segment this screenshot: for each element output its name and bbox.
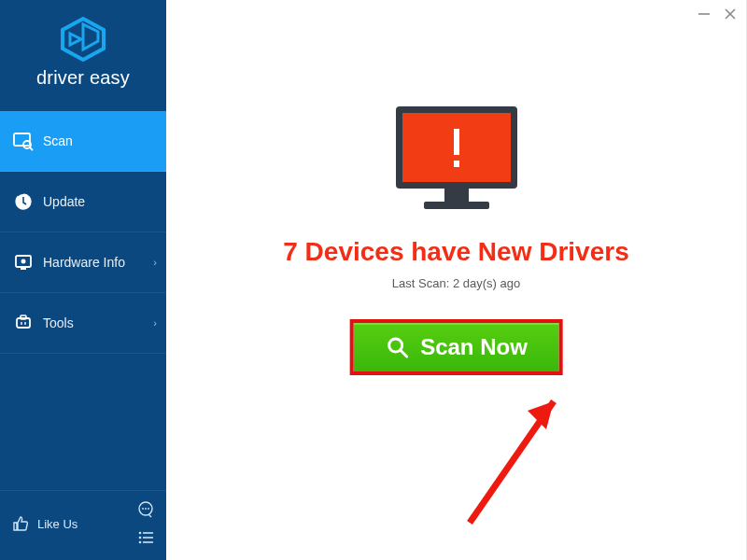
chevron-right-icon: › xyxy=(153,257,157,268)
last-scan-text: Last Scan: 2 day(s) ago xyxy=(166,276,746,290)
feedback-icon[interactable] xyxy=(136,500,155,519)
like-us-label: Like Us xyxy=(37,517,78,531)
close-button[interactable] xyxy=(724,7,737,23)
menu-icon[interactable] xyxy=(136,528,155,547)
svg-point-14 xyxy=(148,508,149,510)
svg-rect-26 xyxy=(454,129,459,155)
svg-rect-6 xyxy=(21,268,26,270)
svg-point-17 xyxy=(139,537,142,539)
nav-item-hardware-info[interactable]: Hardware Info › xyxy=(0,232,166,293)
nav-label-update: Update xyxy=(43,194,85,209)
annotation-arrow-icon xyxy=(460,383,582,532)
nav: Scan Update Hardware Info › Tools › xyxy=(0,111,166,490)
scan-button-wrap: Scan Now xyxy=(349,319,563,375)
scan-now-button[interactable]: Scan Now xyxy=(349,319,563,375)
nav-label-hardware-info: Hardware Info xyxy=(43,255,125,270)
scan-icon xyxy=(13,131,34,151)
svg-rect-29 xyxy=(424,202,489,209)
svg-point-5 xyxy=(21,259,26,264)
status-monitor-icon xyxy=(166,103,746,224)
svg-line-31 xyxy=(400,350,406,357)
nav-label-tools: Tools xyxy=(43,315,74,330)
sidebar: driver easy Scan Update Hardware Info › xyxy=(0,0,166,560)
svg-point-12 xyxy=(142,508,144,510)
logo-area: driver easy xyxy=(0,0,166,104)
logo-icon xyxy=(58,17,108,65)
scan-now-label: Scan Now xyxy=(420,334,528,360)
nav-item-tools[interactable]: Tools › xyxy=(0,293,166,354)
headline: 7 Devices have New Drivers xyxy=(166,237,746,267)
svg-line-32 xyxy=(470,401,554,523)
window-controls xyxy=(698,7,737,23)
search-icon xyxy=(385,335,409,359)
like-us-button[interactable]: Like Us xyxy=(11,514,136,533)
chevron-right-icon: › xyxy=(153,317,157,329)
svg-point-13 xyxy=(145,508,147,510)
brand-name: driver easy xyxy=(0,67,166,89)
svg-rect-8 xyxy=(21,315,26,319)
svg-point-15 xyxy=(139,532,142,535)
nav-label-scan: Scan xyxy=(43,133,73,148)
tools-icon xyxy=(13,313,34,333)
main-panel: 7 Devices have New Drivers Last Scan: 2 … xyxy=(166,0,747,560)
svg-rect-27 xyxy=(454,161,459,167)
update-icon xyxy=(13,191,34,212)
nav-item-scan[interactable]: Scan xyxy=(0,111,166,172)
svg-rect-28 xyxy=(444,189,469,202)
nav-item-update[interactable]: Update xyxy=(0,172,166,232)
svg-point-19 xyxy=(139,541,142,544)
footer-icons xyxy=(136,500,155,547)
hardware-info-icon xyxy=(13,252,34,273)
sidebar-footer: Like Us xyxy=(0,490,166,560)
thumb-up-icon xyxy=(11,514,30,533)
svg-marker-33 xyxy=(528,401,554,429)
minimize-button[interactable] xyxy=(698,7,711,23)
svg-line-2 xyxy=(30,147,33,150)
svg-rect-0 xyxy=(14,133,30,146)
